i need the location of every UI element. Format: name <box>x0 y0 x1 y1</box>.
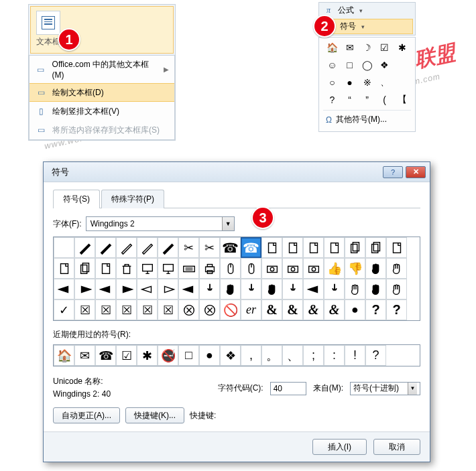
grid-cell[interactable]: ☒ <box>116 299 137 320</box>
grid-cell[interactable] <box>220 279 241 299</box>
recent-cell[interactable]: ● <box>199 345 220 366</box>
symbol-cell[interactable]: ※ <box>360 75 375 90</box>
grid-cell[interactable] <box>199 279 220 299</box>
grid-cell[interactable] <box>178 279 199 299</box>
dialog-titlebar[interactable]: 符号 ? ✕ <box>44 162 430 182</box>
grid-cell[interactable] <box>365 237 386 258</box>
symbol-cell[interactable]: 【 <box>395 92 410 107</box>
insert-button[interactable]: 插入(I) <box>312 439 367 455</box>
grid-cell[interactable]: ☒ <box>137 299 158 320</box>
recent-cell[interactable]: ? <box>365 345 386 366</box>
close-button[interactable]: ✕ <box>406 166 426 178</box>
grid-cell[interactable] <box>220 258 241 279</box>
menu-item-draw-textbox[interactable]: ▭ 绘制文本框(D) <box>29 83 174 102</box>
grid-cell[interactable]: & <box>324 299 345 320</box>
grid-cell[interactable]: ● <box>345 299 365 320</box>
grid-cell[interactable]: 🚫 <box>220 299 241 320</box>
grid-cell[interactable] <box>137 279 158 299</box>
grid-cell[interactable]: ☒ <box>74 299 95 320</box>
grid-cell[interactable] <box>282 237 303 258</box>
grid-cell[interactable] <box>137 258 158 279</box>
grid-cell[interactable] <box>324 279 345 299</box>
grid-cell[interactable] <box>158 279 178 299</box>
symbol-cell[interactable] <box>395 75 410 90</box>
grid-cell[interactable] <box>95 258 116 279</box>
grid-cell[interactable]: ? <box>365 299 386 320</box>
textbox-button[interactable]: 文本框 ▾ <box>30 6 174 54</box>
symbol-cell[interactable]: “ <box>343 92 357 107</box>
symbol-cell[interactable]: ● <box>343 75 357 90</box>
recent-symbols-row[interactable]: 🏠✉☎☑✱🚭□●❖,。、;:!? <box>53 344 420 366</box>
autocorrect-button[interactable]: 自动更正(A)... <box>53 407 120 423</box>
grid-cell[interactable] <box>178 258 199 279</box>
grid-cell[interactable] <box>95 237 116 258</box>
grid-cell[interactable] <box>261 279 282 299</box>
symbol-cell[interactable]: ☑ <box>377 40 392 55</box>
grid-cell[interactable] <box>241 258 261 279</box>
symbol-grid[interactable]: ✂✂☎☎👍👎✓☒☒☒☒☒🚫er&&&&●?? <box>53 237 420 321</box>
grid-cell[interactable]: 👎 <box>345 258 365 279</box>
grid-cell[interactable]: 👍 <box>324 258 345 279</box>
recent-cell[interactable]: ☎ <box>95 345 116 366</box>
grid-cell[interactable] <box>116 279 137 299</box>
grid-cell[interactable] <box>178 299 199 320</box>
grid-cell[interactable]: er <box>241 299 261 320</box>
grid-cell[interactable]: ✂ <box>199 237 220 258</box>
recent-cell[interactable]: ; <box>303 345 324 366</box>
grid-cell[interactable] <box>199 299 220 320</box>
recent-cell[interactable]: , <box>241 345 261 366</box>
symbol-cell[interactable]: ✱ <box>395 40 410 55</box>
grid-cell[interactable] <box>158 237 178 258</box>
recent-cell[interactable]: ! <box>345 345 365 366</box>
grid-cell[interactable] <box>116 237 137 258</box>
symbol-cell[interactable]: ◯ <box>360 58 375 72</box>
grid-cell[interactable] <box>261 258 282 279</box>
grid-cell[interactable] <box>386 237 407 258</box>
grid-cell[interactable] <box>386 279 407 299</box>
symbol-cell[interactable]: 、 <box>377 75 392 90</box>
tab-symbols[interactable]: 符号(S) <box>53 190 100 208</box>
grid-cell[interactable] <box>345 279 365 299</box>
recent-cell[interactable]: ☑ <box>116 345 137 366</box>
grid-cell[interactable] <box>303 258 324 279</box>
tab-special-chars[interactable]: 特殊字符(P) <box>101 190 164 208</box>
symbol-cell[interactable]: ( <box>377 92 392 107</box>
symbol-cell[interactable]: ? <box>325 92 340 107</box>
grid-cell[interactable] <box>282 279 303 299</box>
symbol-cell[interactable]: ○ <box>325 75 340 90</box>
recent-cell[interactable]: 、 <box>282 345 303 366</box>
recent-cell[interactable]: 🚭 <box>158 345 178 366</box>
grid-cell[interactable] <box>261 237 282 258</box>
grid-cell[interactable] <box>74 279 95 299</box>
symbol-cell[interactable]: ” <box>360 92 375 107</box>
char-code-input[interactable]: 40 <box>270 382 306 395</box>
more-symbols-item[interactable]: Ω 其他符号(M)... <box>323 110 411 129</box>
grid-cell[interactable] <box>158 258 178 279</box>
shortcut-key-button[interactable]: 快捷键(K)... <box>125 407 184 423</box>
grid-cell[interactable] <box>241 279 261 299</box>
symbol-cell[interactable]: □ <box>343 58 357 72</box>
recent-cell[interactable]: : <box>324 345 345 366</box>
symbol-cell[interactable]: ❖ <box>377 58 392 72</box>
grid-cell[interactable] <box>365 279 386 299</box>
grid-cell[interactable] <box>116 258 137 279</box>
grid-cell[interactable] <box>74 258 95 279</box>
equation-button[interactable]: π 公式 ▾ <box>319 3 415 18</box>
grid-cell[interactable]: ☒ <box>95 299 116 320</box>
grid-cell[interactable] <box>95 279 116 299</box>
from-select[interactable]: 符号(十进制) ▼ <box>350 382 420 395</box>
grid-cell[interactable]: & <box>282 299 303 320</box>
cancel-button[interactable]: 取消 <box>373 439 420 455</box>
grid-cell[interactable] <box>345 237 365 258</box>
grid-cell[interactable]: ☒ <box>158 299 178 320</box>
grid-cell[interactable] <box>74 237 95 258</box>
grid-cell[interactable] <box>324 237 345 258</box>
recent-cell[interactable]: ❖ <box>220 345 241 366</box>
grid-cell[interactable] <box>137 237 158 258</box>
font-select[interactable]: Wingdings 2 ▼ <box>86 216 235 231</box>
recent-cell[interactable]: 🏠 <box>54 345 74 366</box>
grid-cell[interactable]: ✓ <box>54 299 74 320</box>
symbol-cell[interactable]: ✉ <box>343 40 357 55</box>
grid-cell[interactable]: ✂ <box>178 237 199 258</box>
recent-cell[interactable]: 。 <box>261 345 282 366</box>
